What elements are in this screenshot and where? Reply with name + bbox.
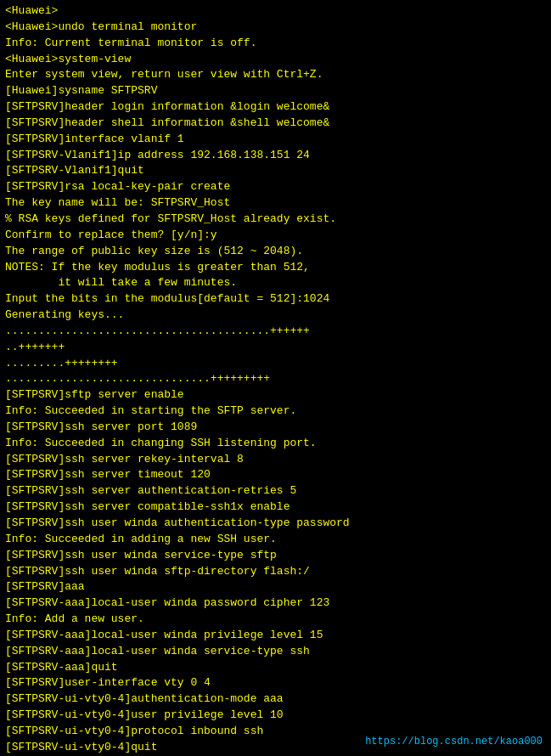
terminal-line: NOTES: If the key modulus is greater tha… xyxy=(5,260,546,276)
terminal-line: <Huawei> xyxy=(5,3,546,20)
terminal-line: [SFTPSRV]ssh server rekey-interval 8 xyxy=(5,452,546,468)
terminal-line: Confirm to replace them? [y/n]:y xyxy=(5,228,546,244)
terminal-line: Enter system view, return user view with… xyxy=(5,67,546,83)
terminal-line: [SFTPSRV]ssh user winda service-type sft… xyxy=(5,548,546,564)
terminal-line: <Huawei>system-view xyxy=(5,52,546,68)
terminal-line: [SFTPSRV-aaa]local-user winda privilege … xyxy=(5,628,546,644)
terminal-line: [SFTPSRV]header shell information &shell… xyxy=(5,116,546,132)
terminal-line: [SFTPSRV]header login information &login… xyxy=(5,99,546,116)
terminal-line: [SFTPSRV]sftp server enable xyxy=(5,387,546,403)
terminal-line: [SFTPSRV]aaa xyxy=(5,579,546,595)
terminal-line: [SFTPSRV-aaa]local-user winda service-ty… xyxy=(5,644,546,660)
watermark: https://blog.csdn.net/kaoa000 xyxy=(365,736,543,748)
terminal-line: [SFTPSRV]ssh server timeout 120 xyxy=(5,467,546,483)
terminal-line: [SFTPSRV]ssh server authentication-retri… xyxy=(5,483,546,499)
terminal-line: Info: Succeeded in starting the SFTP ser… xyxy=(5,403,546,420)
terminal-line: [SFTPSRV]ssh server compatible-ssh1x ena… xyxy=(5,499,546,516)
terminal-line: The range of public key size is (512 ~ 2… xyxy=(5,244,546,260)
terminal-line: Info: Add a new user. xyxy=(5,612,546,628)
terminal-line: Info: Succeeded in adding a new SSH user… xyxy=(5,532,546,548)
terminal-line: it will take a few minutes. xyxy=(5,275,546,291)
terminal-line: Input the bits in the modulus[default = … xyxy=(5,291,546,307)
terminal-line: [SFTPSRV-aaa]local-user winda password c… xyxy=(5,595,546,612)
terminal-line: [SFTPSRV-ui-vty0-4]authentication-mode a… xyxy=(5,691,546,708)
terminal-line: % RSA keys defined for SFTPSRV_Host alre… xyxy=(5,212,546,228)
terminal-line: <Huawei>undo terminal monitor xyxy=(5,20,546,36)
terminal-line: Generating keys... xyxy=(5,307,546,324)
terminal-line: .........++++++++ xyxy=(5,356,546,372)
terminal-line: [SFTPSRV]ssh user winda sftp-directory f… xyxy=(5,564,546,580)
terminal-line: Info: Succeeded in changing SSH listenin… xyxy=(5,436,546,452)
terminal: <Huawei><Huawei>undo terminal monitorInf… xyxy=(0,0,551,756)
terminal-line: [SFTPSRV]user-interface vty 0 4 xyxy=(5,675,546,691)
terminal-line: [SFTPSRV]interface vlanif 1 xyxy=(5,132,546,148)
terminal-line: [Huawei]sysname SFTPSRV xyxy=(5,83,546,99)
terminal-line: ..+++++++ xyxy=(5,340,546,356)
terminal-line: [SFTPSRV-Vlanif1]ip address 192.168.138.… xyxy=(5,148,546,164)
terminal-line: The key name will be: SFTPSRV_Host xyxy=(5,195,546,212)
terminal-line: [SFTPSRV-aaa]quit xyxy=(5,660,546,676)
terminal-line: [SFTPSRV]rsa local-key-pair create xyxy=(5,179,546,195)
terminal-line: ...............................+++++++++ xyxy=(5,371,546,387)
terminal-line: [SFTPSRV-ui-vty0-4]user privilege level … xyxy=(5,708,546,724)
terminal-line: [SFTPSRV]ssh server port 1089 xyxy=(5,420,546,436)
terminal-line: ........................................… xyxy=(5,324,546,340)
terminal-line: [SFTPSRV-Vlanif1]quit xyxy=(5,163,546,179)
terminal-line: [SFTPSRV]ssh user winda authentication-t… xyxy=(5,516,546,532)
terminal-line: Info: Current terminal monitor is off. xyxy=(5,36,546,52)
